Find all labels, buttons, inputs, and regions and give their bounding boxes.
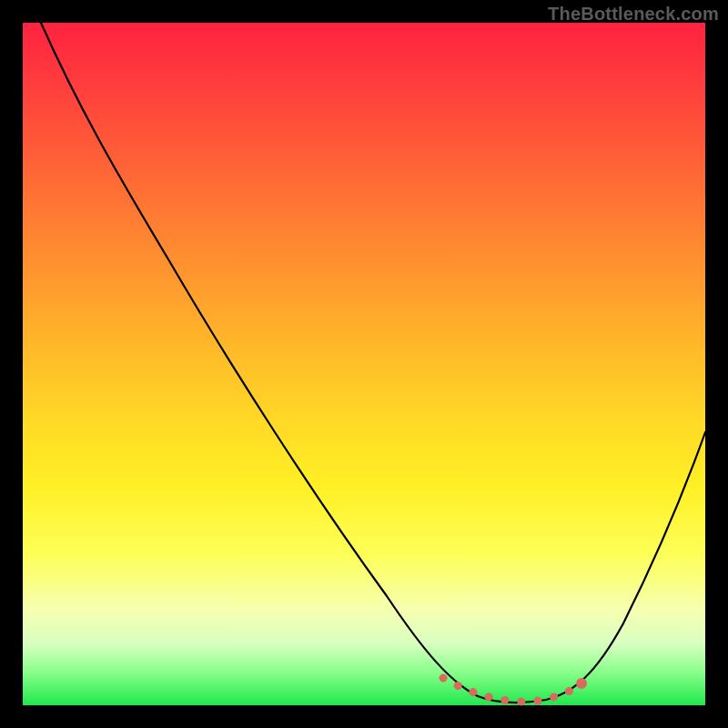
- plot-area: [23, 23, 705, 705]
- watermark-text: TheBottleneck.com: [548, 4, 719, 25]
- chart-svg: [23, 23, 705, 705]
- bottleneck-curve: [41, 23, 705, 703]
- optimal-zone-end-dot: [576, 678, 587, 689]
- optimal-zone-dots: [443, 678, 580, 702]
- chart-container: TheBottleneck.com: [0, 0, 728, 728]
